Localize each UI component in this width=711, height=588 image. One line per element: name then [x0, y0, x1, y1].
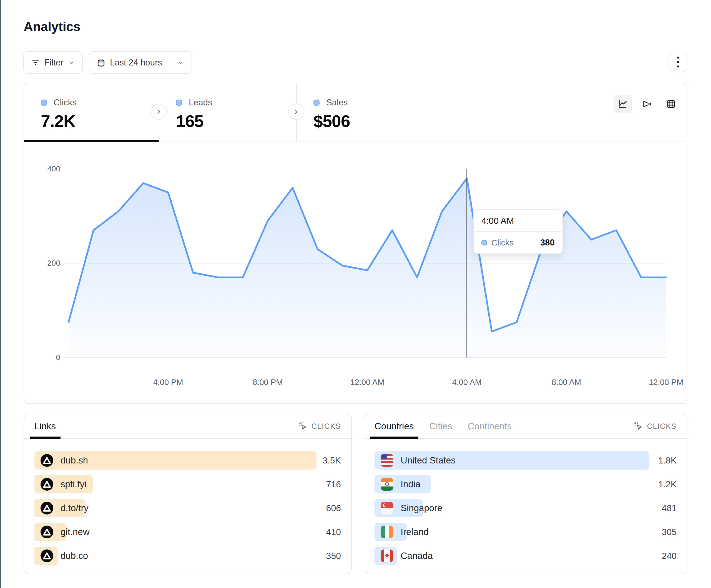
row-value: 410 — [326, 527, 341, 537]
row-icon — [381, 502, 393, 515]
row-label: Canada — [401, 550, 433, 561]
stat-tabs: Clicks 7.2K Leads 165 — [24, 83, 687, 141]
row-label: git.new — [61, 527, 90, 537]
row-icon — [381, 526, 393, 538]
filter-button[interactable]: Filter — [23, 51, 83, 74]
tab-links[interactable]: Links — [35, 414, 56, 438]
list-item[interactable]: git.new 410 — [35, 523, 341, 541]
tab-clicks[interactable]: Clicks 7.2K — [24, 83, 159, 141]
funnel-icon — [641, 98, 652, 110]
row-label: spti.fyi — [61, 479, 87, 490]
metric-label: CLICKS — [311, 422, 341, 431]
row-label: Ireland — [401, 527, 429, 537]
in-flag-icon — [381, 478, 393, 491]
window-edge — [0, 0, 1, 588]
row-label: dub.co — [61, 550, 88, 561]
chevron-down-icon — [68, 59, 75, 66]
metric-label: CLICKS — [647, 422, 676, 431]
svg-text:8:00 AM: 8:00 AM — [552, 378, 581, 387]
country-row[interactable]: Singapore 481 — [374, 499, 676, 517]
stat-label: Leads — [189, 98, 212, 108]
svg-text:200: 200 — [47, 259, 60, 267]
svg-text:400: 400 — [47, 164, 60, 173]
ie-flag-icon — [381, 526, 393, 538]
countries-metric-selector[interactable]: CLICKS — [634, 422, 676, 431]
row-icon — [381, 549, 393, 562]
grid-icon — [666, 98, 676, 110]
clicks-legend-icon — [481, 240, 487, 246]
funnel-view-button[interactable] — [638, 95, 656, 113]
row-value: 1.2K — [658, 479, 676, 490]
tab-sales[interactable]: Sales $506 — [297, 83, 436, 141]
calendar-icon — [96, 58, 106, 67]
tooltip-value: 380 — [540, 238, 555, 248]
expand-clicks-button[interactable] — [151, 104, 167, 120]
expand-leads-button[interactable] — [288, 104, 304, 120]
table-view-button[interactable] — [662, 95, 680, 113]
tab-cities[interactable]: Cities — [429, 414, 452, 438]
stat-label: Sales — [326, 98, 348, 108]
country-row[interactable]: Ireland 305 — [374, 523, 676, 541]
tab-countries[interactable]: Countries — [374, 414, 414, 438]
clicks-value: 7.2K — [41, 112, 159, 131]
filter-lines-icon — [31, 58, 40, 67]
row-value: 716 — [326, 479, 341, 490]
tab-continents[interactable]: Continents — [468, 414, 512, 438]
chart-tooltip: 4:00 AM Clicks 380 — [473, 209, 563, 254]
row-icon — [41, 526, 53, 538]
leads-legend-icon — [176, 99, 182, 106]
analytics-page: Analytics Filter Last 24 hours — [0, 0, 711, 588]
sg-flag-icon — [381, 502, 393, 515]
tooltip-series-label: Clicks — [491, 238, 514, 247]
stat-label: Clicks — [53, 98, 77, 108]
row-label: India — [401, 479, 421, 490]
date-range-button[interactable]: Last 24 hours — [89, 51, 192, 74]
row-value: 3.5K — [323, 455, 341, 466]
list-item[interactable]: d.to/try 606 — [35, 499, 341, 517]
row-value: 481 — [662, 503, 676, 513]
chart-view-toggles — [613, 95, 680, 113]
ca-flag-icon — [381, 549, 393, 562]
tab-leads[interactable]: Leads 165 — [159, 83, 296, 141]
dub-logo-icon — [41, 549, 53, 562]
list-item[interactable]: spti.fyi 716 — [35, 475, 341, 493]
row-label: d.to/try — [61, 503, 89, 513]
leads-value: 165 — [176, 112, 296, 131]
row-label: dub.sh — [61, 455, 88, 466]
kebab-menu-icon — [677, 56, 679, 59]
line-chart-view-button[interactable] — [613, 95, 632, 113]
active-tab-underline — [24, 140, 159, 142]
row-value: 350 — [326, 551, 341, 561]
country-row[interactable]: Canada 240 — [374, 547, 676, 565]
list-item[interactable]: dub.co 350 — [35, 547, 341, 565]
row-value: 1.8K — [658, 455, 676, 466]
country-row[interactable]: United States 1.8K — [374, 451, 676, 470]
svg-text:12:00 PM: 12:00 PM — [649, 378, 683, 387]
sales-legend-icon — [314, 99, 320, 106]
dub-logo-icon — [41, 526, 53, 538]
clicks-area-chart[interactable]: 02004004:00 PM8:00 PM12:00 AM4:00 AM8:00… — [24, 149, 688, 404]
filter-button-label: Filter — [44, 58, 64, 68]
cursor-click-icon — [634, 422, 644, 431]
sales-value: $506 — [314, 112, 436, 131]
row-value: 240 — [662, 551, 676, 561]
country-row[interactable]: India 1.2K — [374, 475, 676, 493]
more-options-button[interactable] — [669, 51, 687, 72]
svg-text:4:00 PM: 4:00 PM — [153, 378, 183, 387]
countries-panel: Countries Cities Continents CLICKS Unite… — [364, 414, 687, 574]
chevron-right-icon — [155, 108, 163, 115]
page-title: Analytics — [24, 19, 80, 34]
analytics-card: Clicks 7.2K Leads 165 — [24, 83, 687, 404]
row-label: Singapore — [401, 503, 442, 513]
row-icon — [381, 454, 393, 467]
line-chart-icon — [617, 98, 628, 110]
row-value: 606 — [326, 503, 341, 513]
links-panel: Links CLICKS dub.sh 3.5K spti.fyi 716 — [24, 414, 352, 574]
clicks-legend-icon — [41, 99, 47, 106]
date-range-label: Last 24 hours — [110, 58, 162, 68]
svg-text:0: 0 — [56, 353, 60, 362]
svg-text:12:00 AM: 12:00 AM — [350, 378, 385, 387]
row-icon — [41, 549, 53, 562]
list-item[interactable]: dub.sh 3.5K — [35, 451, 341, 470]
links-metric-selector[interactable]: CLICKS — [298, 422, 341, 431]
